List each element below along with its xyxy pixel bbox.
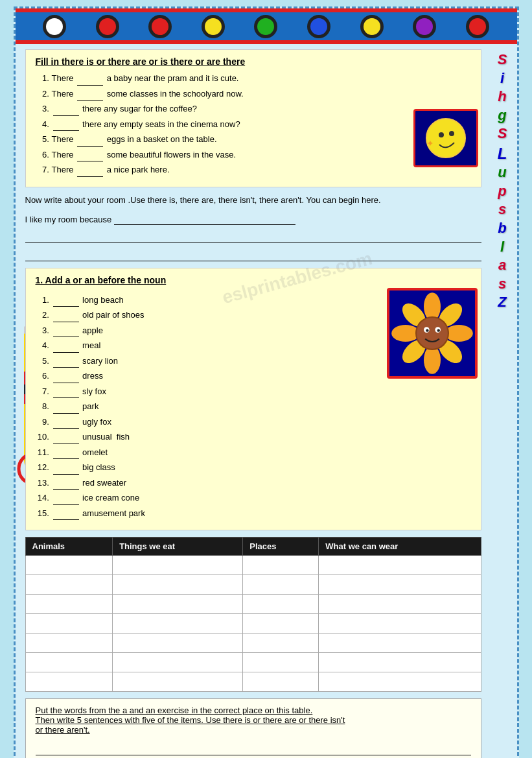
- col-animals: Animals: [25, 538, 113, 556]
- ring-6: [307, 15, 330, 38]
- cell-r4c2[interactable]: [113, 614, 243, 634]
- cell-r4c1[interactable]: [25, 614, 113, 634]
- a-blank-1[interactable]: [53, 294, 79, 307]
- cell-r1c1[interactable]: [25, 556, 113, 575]
- cell-r5c4[interactable]: [319, 634, 481, 653]
- cell-r7c4[interactable]: [319, 672, 481, 692]
- cell-r5c3[interactable]: [243, 634, 319, 653]
- sidebar-letter-i: i: [500, 69, 504, 88]
- a-blank-8[interactable]: [53, 400, 79, 414]
- table-row: [25, 556, 481, 575]
- moon-image: ✦: [413, 109, 478, 167]
- writing-line-2[interactable]: [25, 247, 481, 261]
- sidebar-letter-s2: S: [498, 124, 507, 143]
- cell-r3c3[interactable]: [243, 595, 319, 614]
- item-15: amusement park: [52, 507, 471, 521]
- writing-starter-blank[interactable]: [114, 215, 295, 225]
- writing-line-1[interactable]: [25, 229, 481, 243]
- item-10: unusual fish: [52, 431, 471, 444]
- a-blank-13[interactable]: [53, 477, 79, 490]
- sidebar-letter-u: u: [498, 163, 506, 182]
- cell-r3c2[interactable]: [113, 595, 243, 614]
- bottom-writing-line[interactable]: [36, 741, 471, 755]
- item-9: ugly fox: [52, 416, 471, 429]
- cell-r6c1[interactable]: [25, 653, 113, 672]
- ring-1: [43, 15, 66, 38]
- section1-list: There a baby near the pram and it is cut…: [36, 72, 471, 177]
- sentence-6: There some beautiful flowers in the vase…: [52, 148, 471, 162]
- cell-r7c2[interactable]: [113, 672, 243, 692]
- blank-6[interactable]: [77, 148, 103, 162]
- a-blank-9[interactable]: [53, 416, 79, 429]
- svg-point-25: [426, 329, 428, 331]
- sidebar-letter-g: g: [498, 106, 506, 125]
- ring-5: [254, 15, 277, 38]
- cell-r2c4[interactable]: [319, 575, 481, 595]
- blank-3[interactable]: [53, 102, 79, 116]
- sidebar-right: S i h g S L u p s b l a s Z: [488, 44, 517, 758]
- flower-svg: [390, 291, 474, 375]
- table-row: [25, 653, 481, 672]
- item-12: big class: [52, 461, 471, 475]
- blank-7[interactable]: [77, 163, 103, 177]
- blank-2[interactable]: [77, 88, 103, 101]
- writing-section: Now write about your room .Use there is,…: [25, 195, 481, 261]
- a-blank-12[interactable]: [53, 461, 79, 475]
- item-14: ice cream cone: [52, 492, 471, 505]
- main-content-wrapper: Fill in there is or there are or is ther…: [25, 49, 481, 758]
- cell-r7c3[interactable]: [243, 672, 319, 692]
- cell-r2c1[interactable]: [25, 575, 113, 595]
- section1-title: Fill in there is or there are or is ther…: [36, 56, 471, 67]
- table-row: [25, 614, 481, 634]
- a-blank-6[interactable]: [53, 370, 79, 383]
- a-blank-5[interactable]: [53, 355, 79, 368]
- ring-9: [466, 15, 489, 38]
- page-outer: S i h g S L u p s b l a s Z: [14, 6, 519, 758]
- blank-4[interactable]: [53, 118, 79, 132]
- a-blank-2[interactable]: [53, 309, 79, 322]
- cell-r6c4[interactable]: [319, 653, 481, 672]
- section2-box: 1. Add a or an before the noun: [25, 268, 481, 531]
- table-section: Animals Things we eat Places What we can…: [25, 537, 481, 692]
- a-blank-14[interactable]: [53, 492, 79, 505]
- a-blank-4[interactable]: [53, 339, 79, 353]
- cell-r6c2[interactable]: [113, 653, 243, 672]
- bottom-line2: Then write 5 sentences with five of the …: [36, 715, 471, 725]
- table-row: [25, 595, 481, 614]
- cell-r2c2[interactable]: [113, 575, 243, 595]
- a-blank-7[interactable]: [53, 385, 79, 399]
- bottom-line1: Put the words from the a and an exercise…: [36, 705, 471, 715]
- cell-r4c4[interactable]: [319, 614, 481, 634]
- section1-box: Fill in there is or there are or is ther…: [25, 49, 481, 187]
- svg-point-10: [439, 132, 444, 137]
- vocab-table: Animals Things we eat Places What we can…: [25, 537, 481, 692]
- cell-r1c4[interactable]: [319, 556, 481, 575]
- a-blank-10[interactable]: [53, 431, 79, 444]
- sidebar-letter-s3: s: [498, 200, 506, 219]
- a-blank-3[interactable]: [53, 324, 79, 338]
- cell-r5c1[interactable]: [25, 634, 113, 653]
- cell-r3c4[interactable]: [319, 595, 481, 614]
- cell-r5c2[interactable]: [113, 634, 243, 653]
- ring-2: [96, 15, 119, 38]
- item-13: red sweater: [52, 477, 471, 490]
- cell-r4c3[interactable]: [243, 614, 319, 634]
- blank-5[interactable]: [77, 133, 103, 147]
- cell-r6c3[interactable]: [243, 653, 319, 672]
- a-blank-15[interactable]: [53, 507, 79, 521]
- a-blank-11[interactable]: [53, 446, 79, 460]
- cell-r1c3[interactable]: [243, 556, 319, 575]
- blank-1[interactable]: [77, 72, 103, 86]
- table-row: [25, 575, 481, 595]
- table-header-row: Animals Things we eat Places What we can…: [25, 538, 481, 556]
- ring-7: [360, 15, 384, 38]
- sentence-3: there any sugar for the coffee?: [52, 102, 471, 116]
- sentence-5: There eggs in a basket on the table.: [52, 133, 471, 147]
- cell-r3c1[interactable]: [25, 595, 113, 614]
- sentence-2: There some classes in the schoolyard now…: [52, 88, 471, 101]
- svg-point-22: [417, 318, 448, 349]
- cell-r2c3[interactable]: [243, 575, 319, 595]
- table-row: [25, 634, 481, 653]
- cell-r7c1[interactable]: [25, 672, 113, 692]
- cell-r1c2[interactable]: [113, 556, 243, 575]
